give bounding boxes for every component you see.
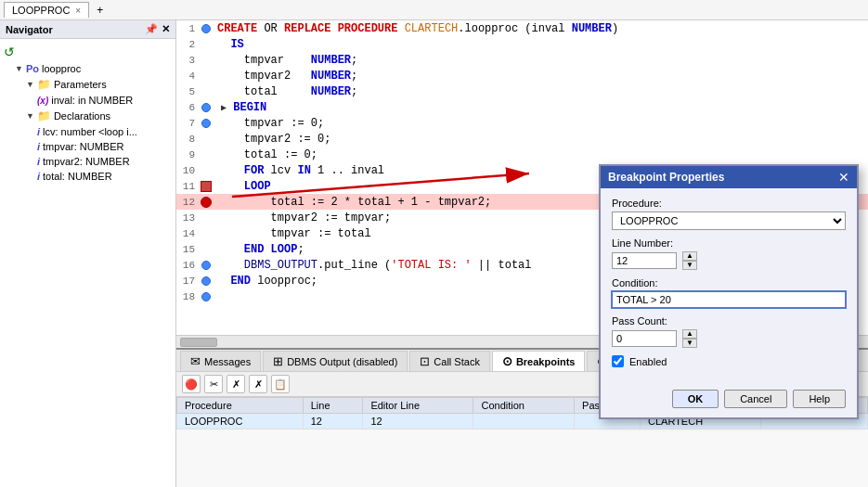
expand-params-icon: ▼ bbox=[26, 80, 34, 89]
pass-input[interactable] bbox=[612, 330, 677, 347]
navigator-title: Navigator bbox=[6, 24, 53, 35]
ok-button[interactable]: OK bbox=[672, 390, 719, 408]
col-editor-line: Editor Line bbox=[363, 398, 473, 414]
edit-bp-button[interactable]: ✂ bbox=[204, 375, 223, 393]
code-line-2: 2 IS bbox=[176, 36, 868, 52]
pass-spinner: ▲ ▼ bbox=[682, 329, 697, 348]
line-up-button[interactable]: ▲ bbox=[682, 251, 697, 261]
main-layout: Navigator 📌 ✕ ↺ ▼ Po loopproc ▼ 📁 Parame… bbox=[0, 20, 868, 487]
nav-item-total[interactable]: i total: NUMBER bbox=[0, 169, 175, 184]
pass-down-button[interactable]: ▼ bbox=[682, 339, 697, 348]
nav-item-declarations[interactable]: ▼ 📁 Declarations bbox=[0, 108, 175, 124]
dialog-title-text: Breakpoint Properties bbox=[608, 171, 724, 184]
code-line-6: 6 ▶ BEGIN bbox=[176, 99, 868, 115]
folder-decl-icon: 📁 bbox=[37, 109, 51, 122]
nav-label-declarations: Declarations bbox=[54, 110, 110, 122]
procedure-label: Procedure: bbox=[612, 198, 846, 209]
nav-header-icons: 📌 ✕ bbox=[145, 23, 170, 35]
pin-icon[interactable]: 📌 bbox=[145, 23, 158, 35]
procedure-select[interactable]: LOOPPROC bbox=[612, 211, 846, 230]
line-down-button[interactable]: ▼ bbox=[682, 261, 697, 270]
line17-marker bbox=[199, 276, 214, 286]
nav-item-lcv[interactable]: i lcv: number <loop i... bbox=[0, 124, 175, 139]
tab-breakpoints[interactable]: ⊙ Breakpoints bbox=[492, 351, 586, 371]
breakpoint-dialog: Breakpoint Properties ✕ Procedure: LOOPP… bbox=[599, 164, 859, 419]
code-line-8: 8 tmpvar2 := 0; bbox=[176, 131, 868, 147]
nav-item-loopproc[interactable]: ▼ Po loopproc bbox=[0, 61, 175, 76]
code-line-3: 3 tmpvar NUMBER; bbox=[176, 52, 868, 68]
dbms-icon: ⊞ bbox=[273, 354, 283, 368]
tab-close-icon[interactable]: × bbox=[75, 6, 81, 16]
line-field-row: ▲ ▼ bbox=[612, 251, 846, 270]
condition-label: Condition: bbox=[612, 277, 846, 288]
tab-dbms[interactable]: ⊞ DBMS Output (disabled) bbox=[263, 351, 408, 371]
tab-messages-label: Messages bbox=[204, 356, 251, 367]
expand-icon: ▼ bbox=[15, 64, 23, 73]
nav-item-inval[interactable]: (x) inval: in NUMBER bbox=[0, 93, 175, 108]
cell-editor-line: 12 bbox=[363, 414, 473, 429]
nav-item-parameters[interactable]: ▼ 📁 Parameters bbox=[0, 76, 175, 93]
clear-bp-button[interactable]: ✗ bbox=[249, 375, 267, 393]
tab-add-button[interactable]: + bbox=[91, 2, 109, 19]
nav-refresh[interactable]: ↺ bbox=[0, 43, 175, 61]
enabled-checkbox[interactable] bbox=[612, 355, 624, 367]
expand-decl-icon: ▼ bbox=[26, 111, 34, 121]
scrollbar-thumb[interactable] bbox=[180, 338, 217, 347]
close-nav-icon[interactable]: ✕ bbox=[162, 23, 170, 35]
editor-tab[interactable]: LOOPPROC × bbox=[4, 2, 89, 18]
top-bar: LOOPPROC × + bbox=[0, 0, 868, 20]
pass-up-button[interactable]: ▲ bbox=[682, 329, 697, 339]
dialog-title-bar: Breakpoint Properties ✕ bbox=[601, 166, 857, 188]
code-line-5: 5 total NUMBER; bbox=[176, 83, 868, 99]
callstack-icon: ⊡ bbox=[420, 354, 430, 368]
col-procedure: Procedure bbox=[177, 398, 304, 414]
tab-breakpoints-label: Breakpoints bbox=[516, 356, 576, 367]
nav-label-lcv: lcv: number <loop i... bbox=[43, 126, 137, 137]
cancel-button[interactable]: Cancel bbox=[724, 390, 787, 408]
right-panel: 1 CREATE OR REPLACE PROCEDURE CLARTECH.l… bbox=[176, 20, 868, 487]
help-button[interactable]: Help bbox=[793, 390, 846, 408]
pass-label: Pass Count: bbox=[612, 315, 846, 327]
pass-field-row: ▲ ▼ bbox=[612, 329, 846, 348]
line12-bp bbox=[199, 197, 214, 208]
navigator-header: Navigator 📌 ✕ bbox=[0, 20, 175, 39]
line-spinner: ▲ ▼ bbox=[682, 251, 697, 270]
nav-item-tmpvar2[interactable]: i tmpvar2: NUMBER bbox=[0, 154, 175, 169]
info-total-icon: i bbox=[37, 171, 40, 182]
refresh-icon: ↺ bbox=[4, 45, 15, 59]
condition-input[interactable] bbox=[612, 291, 846, 308]
tab-label: LOOPPROC bbox=[12, 5, 70, 16]
info-tmpvar2-icon: i bbox=[37, 156, 40, 167]
dialog-close-button[interactable]: ✕ bbox=[838, 170, 849, 185]
nav-item-tmpvar[interactable]: i tmpvar: NUMBER bbox=[0, 139, 175, 154]
tab-messages[interactable]: ✉ Messages bbox=[180, 351, 261, 371]
procedure-field-row: LOOPPROC bbox=[612, 211, 846, 230]
add-bp-button[interactable]: 🔴 bbox=[182, 375, 201, 393]
line-input[interactable] bbox=[612, 252, 677, 269]
nav-label-tmpvar: tmpvar: NUMBER bbox=[43, 141, 123, 152]
breakpoints-icon: ⊙ bbox=[502, 354, 512, 368]
enabled-row: Enabled bbox=[612, 355, 846, 367]
delete-bp-button[interactable]: ✗ bbox=[227, 375, 245, 393]
line-label: Line Number: bbox=[612, 237, 846, 249]
param-type-icon: (x) bbox=[37, 96, 48, 106]
dialog-body: Procedure: LOOPPROC Line Number: ▲ ▼ Con… bbox=[601, 188, 857, 386]
info-tmpvar-icon: i bbox=[37, 141, 40, 152]
navigator-tree: ↺ ▼ Po loopproc ▼ 📁 Parameters (x) inval… bbox=[0, 39, 175, 487]
line1-marker bbox=[199, 24, 214, 33]
code-line-9: 9 total := 0; bbox=[176, 147, 868, 162]
code-line-7: 7 tmpvar := 0; bbox=[176, 115, 868, 131]
line7-marker bbox=[199, 119, 214, 128]
export-bp-button[interactable]: 📋 bbox=[271, 375, 290, 393]
tab-callstack[interactable]: ⊡ Call Stack bbox=[409, 351, 490, 371]
navigator-panel: Navigator 📌 ✕ ↺ ▼ Po loopproc ▼ 📁 Parame… bbox=[0, 20, 176, 487]
code-line-1: 1 CREATE OR REPLACE PROCEDURE CLARTECH.l… bbox=[176, 20, 868, 36]
cell-condition bbox=[473, 414, 575, 429]
nav-label-inval: inval: in NUMBER bbox=[51, 95, 133, 106]
tab-dbms-label: DBMS Output (disabled) bbox=[287, 356, 397, 367]
line11-marker bbox=[199, 181, 214, 192]
line16-marker bbox=[199, 261, 214, 270]
col-line: Line bbox=[303, 398, 363, 414]
line6-marker bbox=[199, 103, 214, 112]
nav-label-parameters: Parameters bbox=[54, 79, 107, 90]
